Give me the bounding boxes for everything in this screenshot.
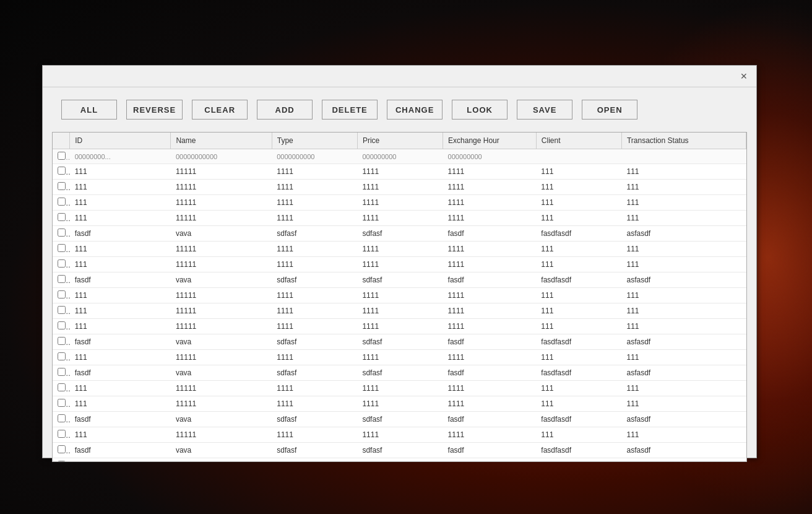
row-checkbox[interactable] (58, 290, 66, 298)
row-checkbox[interactable] (58, 213, 66, 221)
table-row[interactable]: fasdf vava sdfasf sdfasf fasdf fasdfasdf… (53, 412, 746, 427)
cell-name: 11111 (171, 257, 272, 272)
delete-button[interactable]: DELETE (322, 100, 378, 120)
cell-name: 11111 (171, 396, 272, 412)
cell-type: 1111 (272, 180, 357, 195)
table-row[interactable]: 111 11111 1111 1111 1111 111 111 (53, 211, 746, 226)
add-button[interactable]: ADD (257, 100, 313, 120)
table-row[interactable]: fasdf asdf fasdf sasadfasdf asdf dfdfasd… (53, 458, 746, 462)
cell-id: 111 (70, 396, 171, 412)
cell-client: 111 (536, 427, 621, 443)
table-row[interactable]: 111 11111 1111 1111 1111 111 111 (53, 242, 746, 257)
cell-client: 111 (536, 396, 621, 412)
row-checkbox[interactable] (58, 306, 66, 314)
cell-exchange: fasdf (443, 365, 537, 381)
table-row[interactable]: 111 11111 1111 1111 1111 111 111 (53, 427, 746, 443)
cell-price: sdfasf (357, 412, 443, 427)
cell-id: 111 (70, 211, 171, 226)
row-checkbox[interactable] (58, 259, 66, 268)
cell-exchange: asdf (443, 458, 537, 462)
row-checkbox[interactable] (58, 321, 66, 329)
cell-exchange: 1111 (443, 381, 537, 396)
row-checkbox[interactable] (58, 399, 66, 407)
row-checkbox[interactable] (58, 414, 66, 422)
row-checkbox[interactable] (58, 152, 66, 160)
table-row[interactable]: fasdf vava sdfasf sdfasf fasdf fasdfasdf… (53, 443, 746, 458)
row-checkbox[interactable] (58, 337, 66, 345)
cell-id: 111 (70, 257, 171, 272)
cell-client: 111 (536, 319, 621, 334)
row-checkbox[interactable] (58, 368, 66, 376)
row-checkbox[interactable] (58, 383, 66, 391)
cell-exchange: 1111 (443, 427, 537, 443)
look-button[interactable]: LOOK (452, 100, 508, 120)
cell-price: sdfasf (357, 272, 443, 288)
cell-status: 111 (621, 195, 746, 211)
cell-name: vava (171, 334, 272, 350)
open-button[interactable]: OPEN (582, 100, 637, 120)
cell-id: 111 (70, 288, 171, 303)
all-button[interactable]: ALL (61, 100, 117, 120)
cell-id: fasdf (70, 412, 171, 427)
cell-exchange: 1111 (443, 350, 537, 365)
table-row[interactable]: 111 11111 1111 1111 1111 111 111 (53, 164, 746, 180)
table-row[interactable]: 111 11111 1111 1111 1111 111 111 (53, 319, 746, 334)
row-checkbox[interactable] (58, 430, 66, 438)
cell-name: vava (171, 272, 272, 288)
row-checkbox[interactable] (58, 445, 66, 453)
cell-exchange: fasdf (443, 272, 537, 288)
titlebar: ✕ (43, 66, 756, 87)
table-row[interactable]: 111 11111 1111 1111 1111 111 111 (53, 396, 746, 412)
row-checkbox[interactable] (58, 182, 66, 190)
cell-type: sdfasf (272, 226, 357, 242)
table-row[interactable]: fasdf vava sdfasf sdfasf fasdf fasdfasdf… (53, 365, 746, 381)
cell-type: 1111 (272, 427, 357, 443)
table-row[interactable]: 111 11111 1111 1111 1111 111 111 (53, 180, 746, 195)
cell-name: 11111 (171, 288, 272, 303)
row-checkbox[interactable] (58, 198, 66, 206)
cell-status: 111 (621, 396, 746, 412)
cell-id: 111 (70, 180, 171, 195)
row-checkbox[interactable] (58, 352, 66, 360)
row-checkbox[interactable] (58, 461, 66, 461)
cell-status: asfasdf (621, 443, 746, 458)
row-checkbox[interactable] (58, 244, 66, 252)
cell-client: 111 (536, 211, 621, 226)
table-row[interactable]: fasdf vava sdfasf sdfasf fasdf fasdfasdf… (53, 334, 746, 350)
cell-name: asdf (171, 458, 272, 462)
cell-exchange: fasdf (443, 443, 537, 458)
cell-client: fasdfasdf (536, 272, 621, 288)
change-button[interactable]: CHANGE (387, 100, 443, 120)
table-row[interactable]: 111 11111 1111 1111 1111 111 111 (53, 303, 746, 319)
cell-name: 11111 (171, 303, 272, 319)
cell-name: vava (171, 365, 272, 381)
row-checkbox[interactable] (58, 275, 66, 283)
cell-id: fasdf (70, 365, 171, 381)
row-checkbox[interactable] (58, 167, 66, 175)
cell-id: 111 (70, 303, 171, 319)
cell-name: vava (171, 226, 272, 242)
close-button[interactable]: ✕ (738, 70, 750, 82)
cell-status: 111 (621, 211, 746, 226)
table-row[interactable]: fasdf vava sdfasf sdfasf fasdf fasdfasdf… (53, 272, 746, 288)
cell-type: 1111 (272, 195, 357, 211)
clear-button[interactable]: CLEAR (192, 100, 248, 120)
cell-id: 111 (70, 164, 171, 180)
cell-type: 1111 (272, 257, 357, 272)
cell-exchange: 1111 (443, 211, 537, 226)
cell-type: 1111 (272, 350, 357, 365)
row-checkbox[interactable] (58, 229, 66, 237)
reverse-button[interactable]: REVERSE (126, 100, 183, 120)
cell-type: 1111 (272, 396, 357, 412)
table-row[interactable]: 111 11111 1111 1111 1111 111 111 (53, 350, 746, 365)
table-row[interactable]: 111 11111 1111 1111 1111 111 111 (53, 288, 746, 303)
table-row[interactable]: 111 11111 1111 1111 1111 111 111 (53, 195, 746, 211)
table-row[interactable]: 111 11111 1111 1111 1111 111 111 (53, 257, 746, 272)
table-row[interactable]: 111 11111 1111 1111 1111 111 111 (53, 381, 746, 396)
table-row[interactable]: fasdf vava sdfasf sdfasf fasdf fasdfasdf… (53, 226, 746, 242)
save-button[interactable]: SAVE (517, 100, 572, 120)
cell-exchange: fasdf (443, 226, 537, 242)
cell-type: 1111 (272, 319, 357, 334)
table-scroll[interactable]: ID Name Type Price Exchange Hour Client … (53, 133, 746, 461)
cell-price: 1111 (357, 319, 443, 334)
